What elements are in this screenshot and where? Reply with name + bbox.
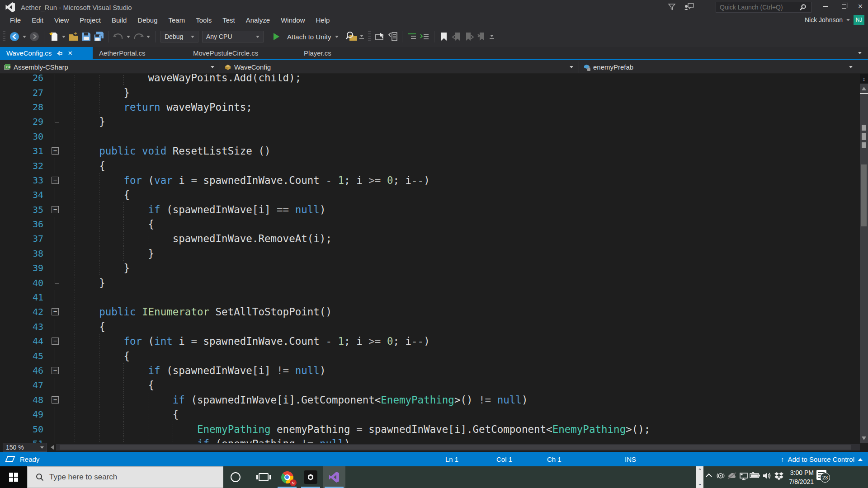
display-network-tray-icon[interactable] xyxy=(739,472,749,481)
open-file-button[interactable] xyxy=(67,30,80,43)
code-text[interactable]: EnemyPathing enemyPathing = spawnedInWav… xyxy=(67,422,860,436)
zoom-level-combo[interactable]: 150 % xyxy=(3,443,47,452)
tab-aetherportal-cs[interactable]: AetherPortal.cs xyxy=(93,47,187,59)
outlining-margin[interactable]: − xyxy=(43,334,67,348)
camera-tray-icon[interactable] xyxy=(716,472,725,481)
undo-caret[interactable] xyxy=(125,30,132,43)
peek-definition-button[interactable] xyxy=(386,30,399,43)
visual-studio-taskbar-button[interactable] xyxy=(323,466,345,488)
code-text[interactable] xyxy=(67,129,860,144)
quick-launch-input[interactable] xyxy=(716,2,811,13)
outlining-margin[interactable]: − xyxy=(43,173,67,188)
code-line-30[interactable]: 30 xyxy=(0,129,860,144)
code-line-44[interactable]: 44− for (int i = spawnedInWave.Count - 1… xyxy=(0,334,860,348)
close-button[interactable]: × xyxy=(852,0,868,13)
redo-caret[interactable] xyxy=(145,30,152,43)
code-text[interactable]: { xyxy=(67,378,860,392)
code-line-37[interactable]: 37 spawnedInWave.RemoveAt(i); xyxy=(0,231,860,246)
cortana-button[interactable] xyxy=(224,466,247,488)
attach-to-unity-button[interactable]: Attach to Unity xyxy=(287,33,331,41)
increase-indent-button[interactable] xyxy=(418,30,431,43)
account-dropdown-caret-icon[interactable] xyxy=(846,19,850,21)
code-text[interactable]: waveWayPoints.Add(child); xyxy=(67,74,860,85)
code-line-51[interactable]: 51 if (enemyPathing != null) xyxy=(0,436,860,443)
code-text[interactable]: } xyxy=(67,114,860,129)
code-line-47[interactable]: 47 { xyxy=(0,378,860,392)
tab-waveconfig-cs[interactable]: WaveConfig.cs× xyxy=(0,47,93,59)
scroll-left-arrow[interactable] xyxy=(51,445,54,450)
project-dropdown-caret[interactable] xyxy=(211,66,214,68)
code-line-29[interactable]: 29 } xyxy=(0,114,860,129)
code-line-45[interactable]: 45 { xyxy=(0,348,860,363)
code-text[interactable]: if (spawnedInWave[i].GetComponent<EnemyP… xyxy=(67,393,860,407)
save-all-button[interactable] xyxy=(93,30,105,43)
code-text[interactable]: public void ResetListSize () xyxy=(67,144,860,158)
code-text[interactable]: spawnedInWave.RemoveAt(i); xyxy=(67,231,860,246)
volume-tray-icon[interactable] xyxy=(762,472,772,480)
taskbar-scroll-strip[interactable]: ⌃ ⌄ xyxy=(696,466,703,488)
user-name[interactable]: Nick Johnson xyxy=(805,16,843,23)
outlining-margin[interactable]: − xyxy=(43,363,67,378)
menu-item-tools[interactable]: Tools xyxy=(190,14,217,26)
code-line-48[interactable]: 48− if (spawnedInWave[i].GetComponent<En… xyxy=(0,393,860,407)
feedback-icon[interactable] xyxy=(684,3,694,12)
scroll-up-arrow[interactable] xyxy=(862,87,866,90)
navigate-back-button[interactable] xyxy=(8,30,21,43)
type-dropdown-caret[interactable] xyxy=(570,66,573,68)
code-line-35[interactable]: 35− if (spawnedInWave[i] == null) xyxy=(0,202,860,217)
scroll-down-arrow[interactable] xyxy=(862,436,866,440)
member-dropdown-caret[interactable] xyxy=(849,66,853,68)
menu-item-test[interactable]: Test xyxy=(217,14,241,26)
close-icon[interactable]: × xyxy=(68,49,72,58)
code-line-36[interactable]: 36 { xyxy=(0,217,860,231)
code-line-50[interactable]: 50 EnemyPathing enemyPathing = spawnedIn… xyxy=(0,422,860,436)
tab-player-cs[interactable]: Player.cs xyxy=(297,47,365,59)
code-line-32[interactable]: 32 { xyxy=(0,158,860,173)
project-dropdown[interactable]: C# Assembly-CSharp xyxy=(0,60,219,74)
code-line-41[interactable]: 41 xyxy=(0,290,860,305)
outlining-margin[interactable]: − xyxy=(43,305,67,319)
code-text[interactable]: { xyxy=(67,188,860,202)
code-line-46[interactable]: 46− if (spawnedInWave[i] != null) xyxy=(0,363,860,378)
menu-item-analyze[interactable]: Analyze xyxy=(241,14,275,26)
code-line-33[interactable]: 33− for (var i = spawnedInWave.Count - 1… xyxy=(0,173,860,188)
new-file-caret[interactable] xyxy=(60,30,67,43)
collapse-box-icon[interactable]: − xyxy=(52,177,59,184)
menu-item-help[interactable]: Help xyxy=(311,14,335,26)
decrease-indent-button[interactable] xyxy=(406,30,418,43)
menu-item-project[interactable]: Project xyxy=(74,14,106,26)
chrome-taskbar-button[interactable]: N xyxy=(276,466,298,488)
new-file-button[interactable] xyxy=(47,30,60,43)
menu-item-window[interactable]: Window xyxy=(275,14,310,26)
toolbar-overflow-caret[interactable] xyxy=(488,30,495,43)
code-line-38[interactable]: 38 } xyxy=(0,246,860,261)
code-text[interactable]: if (enemyPathing != null) xyxy=(67,436,860,443)
task-view-button[interactable] xyxy=(252,466,275,488)
taskbar-clock[interactable]: 3:00 PM 7/8/2021 xyxy=(771,468,814,486)
action-center-button[interactable]: 23 xyxy=(816,470,828,481)
code-line-49[interactable]: 49 { xyxy=(0,407,860,422)
code-line-42[interactable]: 42− public IEnumerator SetAllToStopPoint… xyxy=(0,305,860,319)
navigate-back-caret[interactable] xyxy=(21,30,28,43)
code-line-28[interactable]: 28 return waveWayPoints; xyxy=(0,100,860,114)
code-line-27[interactable]: 27 } xyxy=(0,85,860,99)
horizontal-scrollbar[interactable] xyxy=(56,444,860,450)
code-text[interactable]: } xyxy=(67,246,860,261)
scrollbar-thumb[interactable] xyxy=(861,164,867,226)
code-line-40[interactable]: 40 } xyxy=(0,275,860,290)
menu-item-edit[interactable]: Edit xyxy=(26,14,49,26)
menu-item-debug[interactable]: Debug xyxy=(132,14,163,26)
toggle-bookmark-button[interactable] xyxy=(438,30,450,43)
code-text[interactable] xyxy=(67,290,860,305)
code-text[interactable]: for (int i = spawnedInWave.Count - 1; i … xyxy=(67,334,860,348)
battery-tray-icon[interactable] xyxy=(750,472,760,479)
menu-item-build[interactable]: Build xyxy=(106,14,132,26)
collapse-box-icon[interactable]: − xyxy=(52,338,59,345)
menu-item-view[interactable]: View xyxy=(49,14,74,26)
hidden-icons-chevron-icon[interactable] xyxy=(705,472,712,479)
code-text[interactable]: for (var i = spawnedInWave.Count - 1; i … xyxy=(67,173,860,188)
navigate-to-button[interactable] xyxy=(373,30,386,43)
menu-item-file[interactable]: File xyxy=(5,14,26,26)
collapse-box-icon[interactable]: − xyxy=(52,367,59,374)
pin-icon[interactable] xyxy=(57,50,62,56)
